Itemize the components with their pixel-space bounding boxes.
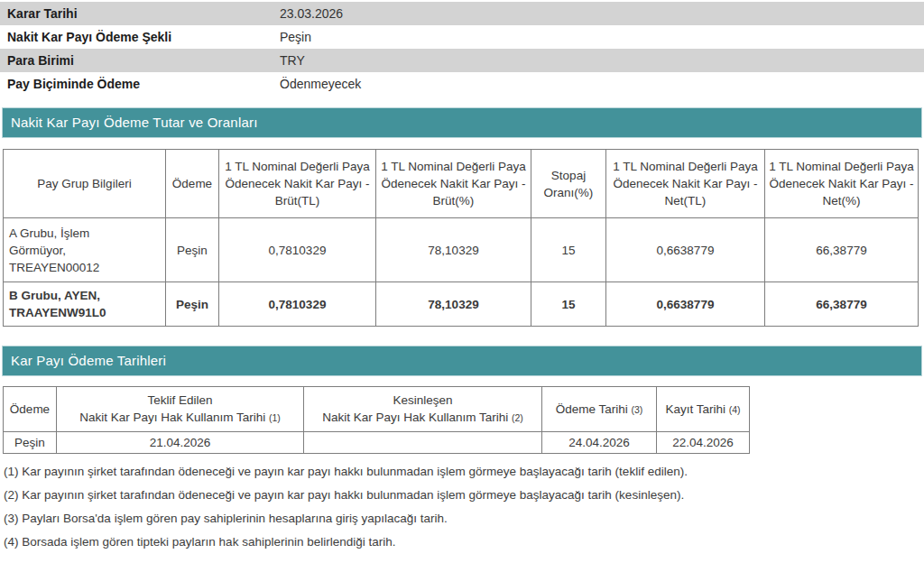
col-header-net-tl: 1 TL Nominal Değerli Paya Ödenecek Nakit… (606, 150, 765, 218)
section-header-amounts: Nakit Kar Payı Ödeme Tutar ve Oranları (2, 107, 922, 138)
header-line-2: Nakit Kar Payı Hak Kullanım Tarihi (1) (58, 409, 302, 427)
footnote-marker: (4) (729, 404, 741, 415)
info-value: TRY (280, 53, 305, 68)
cell-kesinlesen-tarihi (304, 432, 542, 454)
col-header-brut-pct: 1 TL Nominal Değerli Paya Ödenecek Nakit… (376, 150, 531, 218)
cell-stopaj: 15 (531, 218, 606, 282)
footnote-2: (2) Kar payının şirket tarafından ödenec… (4, 484, 924, 507)
col-header-pay-grup: Pay Grup Bilgileri (4, 150, 166, 218)
col-header-kesinlesen: Kesinleşen Nakit Kar Payı Hak Kullanım T… (304, 387, 542, 432)
col-header-net-pct: 1 TL Nominal Değerli Paya Ödenecek Nakit… (765, 150, 919, 218)
footnote-marker: (3) (631, 404, 642, 415)
amounts-header-row: Pay Grup Bilgileri Ödeme 1 TL Nominal De… (4, 150, 919, 218)
info-value: 23.03.2026 (280, 6, 343, 21)
footnote-marker: (2) (512, 412, 523, 423)
dividend-disclosure-page: Karar Tarihi 23.03.2026 Nakit Kar Payı Ö… (0, 0, 924, 563)
info-label: Para Birimi (0, 53, 280, 68)
col-header-kayit-tarihi: Kayıt Tarihi (4) (657, 387, 750, 432)
table-row-group-a: A Grubu, İşlem Görmüyor, TREAYEN00012 Pe… (4, 218, 919, 282)
table-row-group-b: B Grubu, AYEN, TRAAYENW91L0 Peşin 0,7810… (4, 282, 919, 327)
cell-brut-tl: 0,7810329 (219, 282, 376, 327)
info-label: Nakit Kar Payı Ödeme Şekli (0, 30, 280, 44)
cell-group: A Grubu, İşlem Görmüyor, TREAYEN00012 (4, 218, 166, 282)
cell-net-tl: 0,6638779 (606, 218, 765, 282)
info-label: Pay Biçiminde Ödeme (0, 77, 280, 91)
footnote-marker: (1) (269, 412, 281, 423)
cell-brut-pct: 78,10329 (376, 218, 531, 282)
cell-brut-tl: 0,7810329 (219, 218, 376, 282)
col-header-stopaj: Stopaj Oranı(%) (531, 150, 606, 218)
footnote-3: (3) Payları Borsa'da işlem gören pay sah… (4, 507, 924, 531)
dates-header-row: Ödeme Teklif Edilen Nakit Kar Payı Hak K… (4, 387, 750, 432)
info-row-karar-tarihi: Karar Tarihi 23.03.2026 (0, 2, 924, 25)
info-row-pay-biciminde-odeme: Pay Biçiminde Ödeme Ödenmeyecek (0, 72, 924, 96)
col-header-odeme: Ödeme (166, 150, 219, 218)
header-line-1: Kesinleşen (305, 392, 541, 409)
cell-odeme: Peşin (4, 432, 57, 454)
header-line-2: Nakit Kar Payı Hak Kullanım Tarihi (2) (305, 409, 541, 427)
footnote-4: (4) Borsada işlem gören tipteki payların… (4, 531, 924, 554)
info-row-para-birimi: Para Birimi TRY (0, 49, 924, 72)
amounts-table: Pay Grup Bilgileri Ödeme 1 TL Nominal De… (3, 149, 919, 327)
info-value: Ödenmeyecek (280, 77, 361, 91)
col-header-odeme-tarihi: Ödeme Tarihi (3) (542, 387, 657, 432)
footnote-1: (1) Kar payının şirket tarafından ödenec… (4, 460, 924, 484)
cell-odeme: Peşin (166, 218, 219, 282)
summary-info-list: Karar Tarihi 23.03.2026 Nakit Kar Payı Ö… (0, 2, 924, 96)
section-header-dates: Kar Payı Ödeme Tarihleri (2, 346, 922, 376)
cell-net-tl: 0,6638779 (606, 282, 765, 327)
cell-group: B Grubu, AYEN, TRAAYENW91L0 (4, 282, 166, 327)
dates-data-row: Peşin 21.04.2026 24.04.2026 22.04.2026 (4, 432, 750, 454)
cell-odeme-tarihi: 24.04.2026 (542, 432, 657, 454)
dates-table: Ödeme Teklif Edilen Nakit Kar Payı Hak K… (3, 386, 750, 454)
col-header-brut-tl: 1 TL Nominal Değerli Paya Ödenecek Nakit… (219, 150, 376, 218)
info-value: Peşin (280, 30, 311, 44)
cell-brut-pct: 78,10329 (376, 282, 531, 327)
info-label: Karar Tarihi (0, 6, 280, 21)
cell-kayit-tarihi: 22.04.2026 (657, 432, 750, 454)
footnotes: (1) Kar payının şirket tarafından ödenec… (4, 460, 924, 554)
cell-stopaj: 15 (531, 282, 606, 327)
cell-odeme: Peşin (166, 282, 219, 327)
col-header-odeme: Ödeme (4, 387, 57, 432)
info-row-odeme-sekli: Nakit Kar Payı Ödeme Şekli Peşin (0, 25, 924, 49)
cell-teklif-tarihi: 21.04.2026 (57, 432, 304, 454)
col-header-teklif-edilen: Teklif Edilen Nakit Kar Payı Hak Kullanı… (57, 387, 304, 432)
header-line-1: Teklif Edilen (58, 392, 302, 409)
cell-net-pct: 66,38779 (765, 218, 919, 282)
cell-net-pct: 66,38779 (765, 282, 919, 327)
